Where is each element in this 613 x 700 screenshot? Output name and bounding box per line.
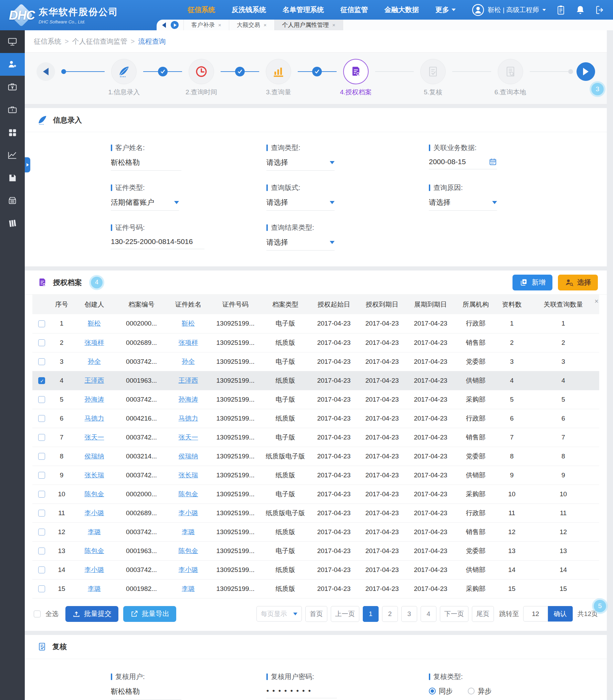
- row-checkbox[interactable]: [38, 566, 45, 573]
- row-checkbox[interactable]: [38, 415, 45, 422]
- cert-name-link[interactable]: 孙全: [182, 358, 195, 365]
- cert-no-input[interactable]: 130-225-2000-0814-5016: [111, 237, 204, 249]
- page-button-1[interactable]: 1: [363, 606, 379, 622]
- creator-link[interactable]: 李小璐: [85, 509, 104, 517]
- sidebar-item-briefcase-alert[interactable]: [0, 98, 25, 121]
- bell-icon[interactable]: [576, 5, 585, 15]
- sidebar-item-books[interactable]: [0, 212, 25, 235]
- row-checkbox[interactable]: [38, 434, 45, 441]
- row-checkbox[interactable]: [38, 358, 45, 365]
- step-authorization-archive[interactable]: 4.授权档案: [337, 59, 375, 97]
- radio-sync[interactable]: 同步: [429, 687, 453, 696]
- breadcrumb-item[interactable]: 征信系统: [34, 37, 61, 46]
- nav-item-list-management[interactable]: 名单管理系统: [283, 5, 324, 14]
- confirm-button[interactable]: 确认: [548, 606, 573, 622]
- table-row[interactable]: 8 侯瑞纳 0003214... 侯瑞纳 130925199... 纸质版电子版…: [32, 447, 599, 466]
- creator-link[interactable]: 李小璐: [85, 566, 104, 573]
- table-row[interactable]: 13 陈包金 0001963... 陈包金 130925199... 电子版 2…: [32, 541, 599, 560]
- page-button-2[interactable]: 2: [382, 606, 398, 622]
- breadcrumb-item[interactable]: 个人征信查询监管: [72, 37, 127, 46]
- cert-name-link[interactable]: 李璐: [182, 528, 195, 535]
- creator-link[interactable]: 孙海涛: [85, 396, 104, 403]
- table-row[interactable]: 2 张项样 0002689... 张项样 130925199... 纸质版 20…: [32, 333, 599, 352]
- cert-name-link[interactable]: 张项样: [179, 339, 198, 346]
- step-query-volume[interactable]: 3.查询量: [259, 59, 298, 97]
- cert-name-link[interactable]: 靳松: [182, 320, 195, 327]
- row-checkbox[interactable]: [38, 377, 45, 384]
- row-checkbox[interactable]: [38, 320, 45, 327]
- sidebar-item-monitor[interactable]: [0, 30, 25, 53]
- batch-submit-button[interactable]: 批量提交: [65, 606, 118, 622]
- calendar-icon[interactable]: [489, 158, 497, 166]
- row-checkbox[interactable]: [38, 491, 45, 498]
- clipboard-icon[interactable]: [556, 5, 566, 15]
- nav-item-more[interactable]: 更多: [435, 5, 456, 14]
- creator-link[interactable]: 马德力: [85, 415, 104, 422]
- query-format-select[interactable]: 请选择: [266, 198, 335, 211]
- review-user-input[interactable]: 靳松格勒: [111, 687, 181, 700]
- sidebar-item-cabinet[interactable]: [0, 189, 25, 212]
- table-row[interactable]: 15 李璐 0001982... 李璐 130925199... 纸质版 201…: [32, 579, 599, 598]
- creator-link[interactable]: 张长瑞: [85, 471, 104, 479]
- step-query-local[interactable]: 6.查询本地: [491, 59, 530, 97]
- page-button-3[interactable]: 3: [401, 606, 417, 622]
- cert-name-link[interactable]: 李小璐: [179, 509, 198, 517]
- creator-link[interactable]: 孙全: [88, 358, 101, 365]
- query-type-select[interactable]: 请选择: [266, 158, 335, 171]
- related-data-date-input[interactable]: 2000-08-15: [429, 158, 497, 169]
- row-checkbox[interactable]: [38, 529, 45, 535]
- last-page-button[interactable]: 尾页: [472, 606, 494, 622]
- table-row[interactable]: 1 靳松 0002000... 靳松 130925199... 电子版 2017…: [32, 314, 599, 333]
- stepper-back-button[interactable]: [36, 62, 55, 81]
- tab-close-icon[interactable]: ×: [264, 22, 267, 28]
- cert-name-link[interactable]: 张天一: [179, 434, 198, 441]
- row-checkbox[interactable]: [38, 585, 45, 592]
- tab-close-icon[interactable]: ×: [332, 22, 336, 28]
- cert-name-link[interactable]: 侯瑞纳: [179, 453, 198, 460]
- tab-large-transaction[interactable]: 大额交易×: [229, 20, 274, 30]
- row-checkbox[interactable]: [38, 339, 45, 346]
- prev-page-button[interactable]: 上一页: [331, 606, 359, 622]
- cert-type-select[interactable]: 活期储蓄账户: [111, 198, 179, 211]
- cert-name-link[interactable]: 陈包金: [179, 547, 198, 554]
- add-button[interactable]: 新增: [512, 275, 552, 290]
- customer-name-input[interactable]: 靳松格勒: [111, 158, 181, 171]
- nav-item-aml-system[interactable]: 反洗钱系统: [232, 5, 266, 14]
- row-checkbox[interactable]: [38, 453, 45, 460]
- cert-name-link[interactable]: 李璐: [182, 585, 195, 592]
- nav-item-credit-system[interactable]: 征信系统: [188, 5, 215, 14]
- creator-link[interactable]: 靳松: [88, 320, 101, 327]
- tab-customer-supplement[interactable]: 客户补录×: [183, 20, 229, 30]
- query-reason-select[interactable]: 请选择: [429, 198, 497, 211]
- sidebar-item-money-case[interactable]: [0, 76, 25, 98]
- row-checkbox[interactable]: [38, 510, 45, 517]
- table-row[interactable]: 12 李璐 0003742... 李璐 130925199... 纸质版 201…: [32, 522, 599, 541]
- next-page-button[interactable]: 下一页: [440, 606, 468, 622]
- table-row[interactable]: 5 孙海涛 0003742... 孙海涛 130925199... 电子版 20…: [32, 390, 599, 409]
- creator-link[interactable]: 陈包金: [85, 490, 104, 498]
- nav-item-credit-regulation[interactable]: 征信监管: [340, 5, 368, 14]
- step-review[interactable]: 5.复核: [414, 59, 452, 97]
- sidebar-expand-handle[interactable]: [25, 157, 30, 172]
- table-row[interactable]: 11 李小璐 0002689... 李小璐 130925199... 纸质版电子…: [32, 503, 599, 522]
- cert-name-link[interactable]: 陈包金: [179, 490, 198, 498]
- batch-export-button[interactable]: 批量导出: [123, 606, 176, 622]
- creator-link[interactable]: 李璐: [88, 585, 101, 592]
- nav-item-big-data[interactable]: 金融大数据: [384, 5, 419, 14]
- step-query-time[interactable]: 2.查询时间: [182, 59, 221, 97]
- sidebar-item-save-book[interactable]: [0, 167, 25, 189]
- creator-link[interactable]: 侯瑞纳: [85, 453, 104, 460]
- user-menu[interactable]: 靳松 | 高级工程师: [472, 3, 546, 17]
- step-info-entry[interactable]: 1.信息录入: [105, 59, 143, 97]
- row-checkbox[interactable]: [38, 472, 45, 479]
- creator-link[interactable]: 李璐: [88, 528, 101, 535]
- table-row[interactable]: 6 马德力 0004216... 马德力 130925199... 纸质版 20…: [32, 409, 599, 428]
- table-row[interactable]: 10 陈包金 0002000... 陈包金 130925199... 电子版 2…: [32, 485, 599, 503]
- cert-name-link[interactable]: 李小璐: [179, 566, 198, 573]
- tabs-forward-icon[interactable]: [171, 21, 179, 29]
- creator-link[interactable]: 张项样: [85, 339, 104, 346]
- table-row[interactable]: 4 王泽西 0001963... 王泽西 130925199... 纸质版 20…: [32, 371, 599, 390]
- creator-link[interactable]: 张天一: [85, 434, 104, 441]
- cert-name-link[interactable]: 张长瑞: [179, 471, 198, 479]
- cert-name-link[interactable]: 孙海涛: [179, 396, 198, 403]
